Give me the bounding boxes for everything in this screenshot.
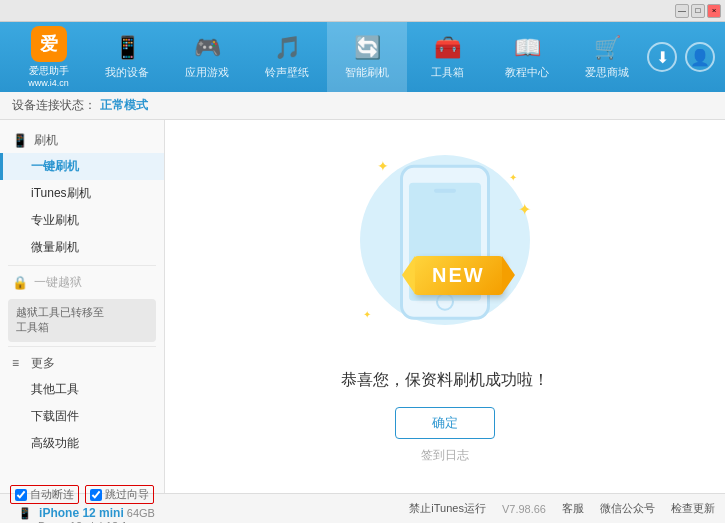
sidebar-divider-2 bbox=[8, 346, 156, 347]
sidebar-item-download-firmware[interactable]: 下载固件 bbox=[0, 403, 164, 430]
skip-wizard-checkbox[interactable] bbox=[90, 489, 102, 501]
nav-smart-flash[interactable]: 🔄 智能刷机 bbox=[327, 22, 407, 92]
sparkle-3: ✦ bbox=[363, 309, 371, 320]
ringtones-icon: 🎵 bbox=[274, 35, 301, 61]
nav-tutorials[interactable]: 📖 教程中心 bbox=[487, 22, 567, 92]
logo-url: www.i4.cn bbox=[28, 78, 69, 88]
new-badge: NEW bbox=[414, 256, 503, 295]
center-content: NEW ✦ ✦ ✦ ✦ 恭喜您，保资料刷机成功啦！ 确定 签到日志 bbox=[165, 120, 725, 493]
success-illustration: NEW ✦ ✦ ✦ ✦ bbox=[345, 150, 545, 350]
window-controls: — □ × bbox=[675, 4, 721, 18]
flash-section-icon: 📱 bbox=[12, 133, 28, 148]
phone-illustration bbox=[400, 164, 490, 319]
sparkle-2: ✦ bbox=[509, 172, 517, 183]
device-info: 📱 iPhone 12 mini 64GB Down-12mini-13,1 bbox=[18, 506, 155, 523]
sidebar-divider-1 bbox=[8, 265, 156, 266]
bottom-left-wrap: 自动断连 跳过向导 📱 iPhone 12 mini 64GB Down-12m… bbox=[10, 485, 155, 523]
nav-store[interactable]: 🛒 爱思商城 bbox=[567, 22, 647, 92]
nav-toolbox[interactable]: 🧰 工具箱 bbox=[407, 22, 487, 92]
logo-icon: 爱 bbox=[31, 26, 67, 62]
header: 爱 爱思助手 www.i4.cn 📱 我的设备 🎮 应用游戏 🎵 铃声壁纸 🔄 … bbox=[0, 22, 725, 92]
sparkle-1: ✦ bbox=[377, 158, 389, 174]
download-button[interactable]: ⬇ bbox=[647, 42, 677, 72]
lock-icon: 🔒 bbox=[12, 275, 28, 290]
close-button[interactable]: × bbox=[707, 4, 721, 18]
sparkle-4: ✦ bbox=[518, 200, 531, 219]
version-label: V7.98.66 bbox=[502, 503, 546, 515]
sidebar-section-flash[interactable]: 📱 刷机 bbox=[0, 128, 164, 153]
sidebar-more-section: ≡ 更多 bbox=[0, 351, 164, 376]
wechat-link[interactable]: 微信公众号 bbox=[600, 501, 655, 516]
sidebar-jailbreak-section: 🔒 一键越狱 bbox=[0, 270, 164, 295]
jailbreak-label: 一键越狱 bbox=[34, 274, 82, 291]
sidebar-item-other-tools[interactable]: 其他工具 bbox=[0, 376, 164, 403]
user-button[interactable]: 👤 bbox=[685, 42, 715, 72]
jailbreak-notice-text: 越狱工具已转移至工具箱 bbox=[16, 306, 104, 333]
phone-home-button bbox=[436, 292, 454, 310]
my-device-icon: 📱 bbox=[114, 35, 141, 61]
tutorials-label: 教程中心 bbox=[505, 65, 549, 80]
status-label: 设备连接状态： bbox=[12, 97, 96, 114]
nav-my-device[interactable]: 📱 我的设备 bbox=[87, 22, 167, 92]
main-content: 📱 刷机 一键刷机 iTunes刷机 专业刷机 微量刷机 🔒 一键越狱 越狱工具… bbox=[0, 120, 725, 493]
auto-disconnect-label: 自动断连 bbox=[30, 487, 74, 502]
flash-section-label: 刷机 bbox=[34, 132, 58, 149]
customer-service-link[interactable]: 客服 bbox=[562, 501, 584, 516]
sidebar-item-advanced[interactable]: 高级功能 bbox=[0, 430, 164, 457]
more-icon: ≡ bbox=[12, 356, 19, 370]
device-storage-val: 64GB bbox=[127, 507, 155, 519]
bottom-checkboxes: 自动断连 跳过向导 bbox=[10, 485, 155, 504]
sidebar-item-one-click-flash[interactable]: 一键刷机 bbox=[0, 153, 164, 180]
logo-name: 爱思助手 bbox=[29, 64, 69, 78]
nav-right: ⬇ 👤 bbox=[647, 42, 715, 72]
more-label: 更多 bbox=[31, 355, 55, 372]
sidebar-item-pro-flash[interactable]: 专业刷机 bbox=[0, 207, 164, 234]
sidebar-item-itunes-flash[interactable]: iTunes刷机 bbox=[0, 180, 164, 207]
apps-games-label: 应用游戏 bbox=[185, 65, 229, 80]
device-name: iPhone 12 mini bbox=[39, 506, 124, 520]
ringtones-label: 铃声壁纸 bbox=[265, 65, 309, 80]
smart-flash-icon: 🔄 bbox=[354, 35, 381, 61]
skip-wizard-label: 跳过向导 bbox=[105, 487, 149, 502]
store-icon: 🛒 bbox=[594, 35, 621, 61]
toolbox-label: 工具箱 bbox=[431, 65, 464, 80]
apps-games-icon: 🎮 bbox=[194, 35, 221, 61]
maximize-button[interactable]: □ bbox=[691, 4, 705, 18]
success-text: 恭喜您，保资料刷机成功啦！ bbox=[341, 370, 549, 391]
minimize-button[interactable]: — bbox=[675, 4, 689, 18]
smart-flash-label: 智能刷机 bbox=[345, 65, 389, 80]
title-bar: — □ × bbox=[0, 0, 725, 22]
store-label: 爱思商城 bbox=[585, 65, 629, 80]
bottom-bar: 自动断连 跳过向导 📱 iPhone 12 mini 64GB Down-12m… bbox=[0, 493, 725, 523]
check-update-link[interactable]: 检查更新 bbox=[671, 501, 715, 516]
confirm-button[interactable]: 确定 bbox=[395, 407, 495, 439]
logo[interactable]: 爱 爱思助手 www.i4.cn bbox=[10, 26, 87, 88]
sidebar: 📱 刷机 一键刷机 iTunes刷机 专业刷机 微量刷机 🔒 一键越狱 越狱工具… bbox=[0, 120, 165, 493]
bottom-right: 禁止iTunes运行 V7.98.66 客服 微信公众号 检查更新 bbox=[409, 501, 715, 516]
my-device-label: 我的设备 bbox=[105, 65, 149, 80]
status-value: 正常模式 bbox=[100, 97, 148, 114]
stop-itunes-button[interactable]: 禁止iTunes运行 bbox=[409, 501, 486, 516]
daily-checkin-button[interactable]: 签到日志 bbox=[421, 447, 469, 464]
phone-speaker bbox=[434, 189, 456, 193]
jailbreak-notice: 越狱工具已转移至工具箱 bbox=[8, 299, 156, 342]
tutorials-icon: 📖 bbox=[514, 35, 541, 61]
sidebar-item-micro-flash[interactable]: 微量刷机 bbox=[0, 234, 164, 261]
skip-wizard-checkbox-wrap[interactable]: 跳过向导 bbox=[85, 485, 154, 504]
nav-apps-games[interactable]: 🎮 应用游戏 bbox=[167, 22, 247, 92]
auto-disconnect-checkbox[interactable] bbox=[15, 489, 27, 501]
nav-items: 📱 我的设备 🎮 应用游戏 🎵 铃声壁纸 🔄 智能刷机 🧰 工具箱 📖 教程中心… bbox=[87, 22, 647, 92]
nav-ringtones[interactable]: 🎵 铃声壁纸 bbox=[247, 22, 327, 92]
auto-disconnect-checkbox-wrap[interactable]: 自动断连 bbox=[10, 485, 79, 504]
status-bar: 设备连接状态： 正常模式 bbox=[0, 92, 725, 120]
toolbox-icon: 🧰 bbox=[434, 35, 461, 61]
device-icon: 📱 bbox=[18, 507, 32, 519]
